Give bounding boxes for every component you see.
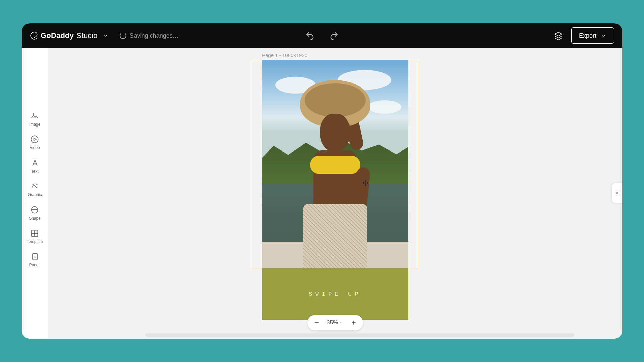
zoom-value-text: 35% <box>327 319 338 326</box>
zoom-in-button[interactable] <box>350 319 357 326</box>
save-status-text: Saving changes… <box>130 32 179 39</box>
photo-person <box>291 80 379 268</box>
rail-label: Video <box>30 145 40 150</box>
rail-item-shape[interactable]: Shape <box>29 205 41 221</box>
video-icon <box>30 135 39 144</box>
horizontal-scrollbar[interactable] <box>145 333 575 337</box>
plus-icon <box>350 319 357 326</box>
redo-icon <box>329 31 339 40</box>
chevron-down-icon <box>339 321 343 325</box>
photo-person-top <box>310 156 360 174</box>
zoom-control: 35% <box>307 315 363 330</box>
photo-person-head <box>320 114 350 152</box>
rail-label: Template <box>26 239 43 244</box>
zoom-level-dropdown[interactable]: 35% <box>327 319 343 326</box>
rail-label: Image <box>29 122 40 127</box>
layers-icon <box>554 31 563 40</box>
svg-text:1: 1 <box>34 255 36 259</box>
rail-label: Graphic <box>28 192 42 197</box>
shape-icon <box>30 205 39 215</box>
save-status: Saving changes… <box>120 32 179 39</box>
export-label: Export <box>579 32 596 39</box>
workarea: Image Video Text Graphic Shape Template <box>22 48 622 339</box>
history-controls <box>305 30 339 41</box>
banner-text[interactable]: SWIPE UP <box>262 291 408 297</box>
text-icon <box>30 158 40 168</box>
right-panel-toggle[interactable] <box>612 183 622 203</box>
minus-icon <box>313 319 320 326</box>
godaddy-logo-icon <box>30 31 39 40</box>
pages-icon: 1 <box>30 252 40 261</box>
app-logo[interactable]: GoDaddy Studio <box>30 31 98 40</box>
layers-button[interactable] <box>553 30 564 41</box>
canvas-photo[interactable] <box>262 60 408 268</box>
chevron-down-icon <box>601 33 606 38</box>
rail-item-video[interactable]: Video <box>30 135 40 150</box>
spinner-icon <box>120 32 126 39</box>
rail-item-text[interactable]: Text <box>30 158 40 174</box>
chevron-left-icon <box>614 190 620 196</box>
rail-item-graphic[interactable]: Graphic <box>28 182 42 197</box>
artboard-wrap: SWIPE UP <box>262 60 408 320</box>
topbar-right: Export <box>553 27 614 44</box>
artboard[interactable]: SWIPE UP <box>262 60 408 320</box>
svg-point-0 <box>31 136 38 143</box>
image-icon <box>30 111 39 121</box>
redo-button[interactable] <box>329 30 339 41</box>
logo-main-text: GoDaddy <box>41 31 74 40</box>
undo-button[interactable] <box>305 30 315 41</box>
export-button[interactable]: Export <box>571 27 614 44</box>
canvas-area[interactable]: Page 1 - 362x644 <box>48 48 622 339</box>
chevron-down-icon <box>103 33 108 38</box>
rail-label: Text <box>31 169 38 174</box>
undo-icon <box>305 31 315 40</box>
zoom-out-button[interactable] <box>313 319 320 326</box>
rail-item-template[interactable]: Template <box>26 229 43 244</box>
project-menu-toggle[interactable] <box>102 32 109 39</box>
photo-person-skirt <box>303 204 367 268</box>
template-icon <box>30 229 39 238</box>
logo-sub-text: Studio <box>76 31 97 40</box>
rail-label: Pages <box>29 263 40 267</box>
rail-item-pages[interactable]: 1 Pages <box>29 252 40 267</box>
page-label: Page 1 - 362x644 <box>262 52 307 58</box>
tool-rail: Image Video Text Graphic Shape Template <box>22 48 48 339</box>
rail-label: Shape <box>29 216 41 221</box>
move-cursor-icon <box>363 180 369 186</box>
app-window: GoDaddy Studio Saving changes… <box>22 23 622 339</box>
rail-item-image[interactable]: Image <box>29 111 40 127</box>
topbar: GoDaddy Studio Saving changes… <box>22 23 622 48</box>
graphic-icon <box>30 182 40 191</box>
